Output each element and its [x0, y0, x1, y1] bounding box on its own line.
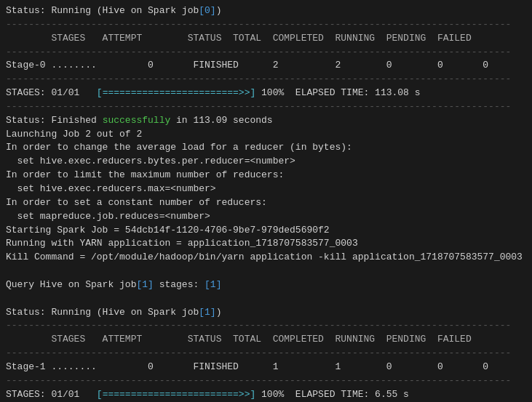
- blank-1: [6, 265, 526, 278]
- divider-3: ----------------------------------------…: [6, 73, 526, 87]
- launching-job: Launching Job 2 out of 2: [6, 128, 526, 142]
- stages-progress-2: STAGES: 01/01 [========================>…: [6, 388, 526, 402]
- blank-2: [6, 292, 526, 306]
- divider-6: ----------------------------------------…: [6, 347, 526, 361]
- table-header-1: STAGES ATTEMPT STATUS TOTAL COMPLETED RU…: [6, 32, 526, 46]
- stage-1-row: Stage-1 ........ 0 FINISHED 1 1 0 0 0: [6, 361, 526, 374]
- terminal: Status: Running (Hive on Spark job[0]) -…: [0, 0, 532, 402]
- yarn-application: Running with YARN application = applicat…: [6, 237, 526, 251]
- divider-2: ----------------------------------------…: [6, 46, 526, 60]
- stage-0-row: Stage-0 ........ 0 FINISHED 2 2 0 0 0: [6, 59, 526, 73]
- spark-job-id: Starting Spark Job = 54dcb14f-1120-4706-…: [6, 224, 526, 238]
- reducer-set-2: set hive.exec.reducers.max=<number>: [6, 182, 526, 196]
- reducer-info-2: In order to limit the maximum number of …: [6, 169, 526, 182]
- table-header-2: STAGES ATTEMPT STATUS TOTAL COMPLETED RU…: [6, 333, 526, 347]
- reducer-info-1: In order to change the average load for …: [6, 141, 526, 155]
- reducer-set-3: set mapreduce.job.reduces=<number>: [6, 210, 526, 224]
- stages-progress-1: STAGES: 01/01 [========================>…: [6, 87, 526, 100]
- divider-1: ----------------------------------------…: [6, 18, 526, 32]
- divider-5: ----------------------------------------…: [6, 319, 526, 333]
- query-stages-1: Query Hive on Spark job[1] stages: [1]: [6, 278, 526, 292]
- reducer-info-3: In order to set a constant number of red…: [6, 196, 526, 210]
- line-1: Status: Running (Hive on Spark job[0]): [6, 4, 526, 18]
- kill-command: Kill Command = /opt/module/hadoop/bin/ya…: [6, 251, 526, 265]
- line-status-2: Status: Running (Hive on Spark job[1]): [6, 306, 526, 320]
- status-finished-1: Status: Finished successfully in 113.09 …: [6, 114, 526, 128]
- divider-4: ----------------------------------------…: [6, 100, 526, 114]
- reducer-set-1: set hive.exec.reducers.bytes.per.reducer…: [6, 155, 526, 169]
- divider-7: ----------------------------------------…: [6, 374, 526, 388]
